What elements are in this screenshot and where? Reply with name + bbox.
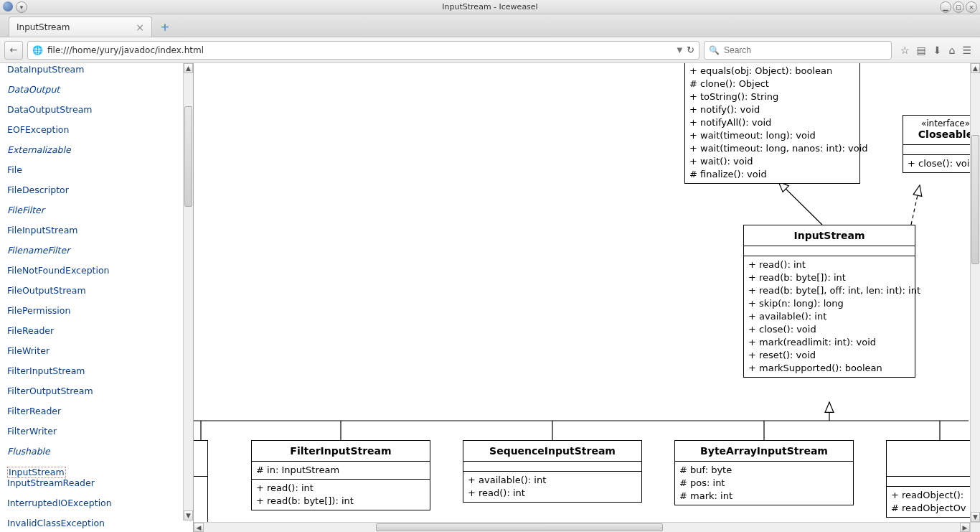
uml-class-inputstream[interactable]: InputStream + read(): int+ read(b: byte[… <box>743 225 915 378</box>
tab-bar: InputStream × + <box>0 14 980 37</box>
tab-label: InputStream <box>17 22 134 32</box>
search-bar[interactable]: 🔍 <box>704 41 892 60</box>
class-link[interactable]: FilePermission <box>7 306 193 316</box>
menu-icon[interactable]: ☰ <box>962 45 971 56</box>
uml-fields <box>887 477 980 487</box>
reload-icon[interactable]: ↻ <box>687 45 694 55</box>
scroll-corner <box>970 522 980 532</box>
uml-methods: + readObject():# readObjectOv <box>887 487 980 517</box>
uml-stereotype: «interface» <box>903 116 980 129</box>
class-link[interactable]: InterruptedIOException <box>7 498 193 508</box>
search-input[interactable] <box>724 45 887 55</box>
class-link[interactable]: InvalidClassException <box>7 518 193 528</box>
minimize-button[interactable]: ▁ <box>940 1 951 13</box>
url-dropdown-icon[interactable]: ▼ <box>677 46 682 54</box>
uml-class-name <box>194 441 207 477</box>
downloads-icon[interactable]: ⬇ <box>933 45 942 56</box>
uml-methods: + read(): int+ read(b: byte[]): int <box>252 480 430 510</box>
uml-class-object[interactable]: + equals(obj: Object): boolean# clone():… <box>684 63 860 184</box>
close-button[interactable]: × <box>966 1 977 13</box>
class-link[interactable]: FilterWriter <box>7 426 193 437</box>
class-link[interactable]: FileFilter <box>7 205 193 215</box>
class-link[interactable]: FileInputStream <box>7 225 193 235</box>
class-link[interactable]: Flushable <box>7 447 193 457</box>
main-horizontal-scrollbar[interactable]: ◀ ▶ <box>194 522 970 532</box>
titlebar: ▾ InputStream - Iceweasel ▁ ◻ × <box>0 0 980 14</box>
nav-bar: ← 🌐 file:///home/yury/javadoc/index.html… <box>0 37 980 63</box>
class-link[interactable]: FileWriter <box>7 346 193 356</box>
content-area: DataInputStreamDataOutputDataOutputStrea… <box>0 63 980 532</box>
class-list[interactable]: DataInputStreamDataOutputDataOutputStrea… <box>0 63 193 532</box>
scroll-down-icon[interactable]: ▼ <box>971 512 980 522</box>
class-link[interactable]: FilterReader <box>7 406 193 416</box>
diagram-viewport[interactable]: + equals(obj: Object): boolean# clone():… <box>194 63 980 532</box>
uml-methods: + equals(obj: Object): boolean# clone():… <box>685 63 859 183</box>
maximize-button[interactable]: ◻ <box>953 1 964 13</box>
scroll-thumb[interactable] <box>184 106 192 207</box>
uml-fields: # in: InputStream <box>252 462 430 480</box>
uml-class-partial-right[interactable]: + readObject():# readObjectOv <box>886 440 980 518</box>
app-icon <box>3 1 13 11</box>
scroll-thumb[interactable] <box>376 523 663 531</box>
uml-class-name: SequenceInputStream <box>463 441 641 462</box>
uml-class-sequenceinputstream[interactable]: SequenceInputStream + available(): int+ … <box>463 440 642 503</box>
uml-fields: # buf: byte# pos: int# mark: int <box>675 462 853 505</box>
uml-class-name: Closeable <box>903 129 980 145</box>
class-link[interactable]: File <box>7 165 193 175</box>
window-title: InputStream - Iceweasel <box>442 2 537 11</box>
sidebar-scrollbar[interactable]: ▲ ▼ <box>183 63 193 521</box>
class-link[interactable]: EOFException <box>7 125 193 135</box>
url-text: file:///home/yury/javadoc/index.html <box>47 45 672 55</box>
uml-class-filterinputstream[interactable]: FilterInputStream # in: InputStream + re… <box>251 440 430 510</box>
uml-class-name: InputStream <box>744 225 915 246</box>
class-link[interactable]: FileReader <box>7 326 193 336</box>
scroll-right-icon[interactable]: ▶ <box>960 523 970 532</box>
uml-class-name <box>887 441 980 477</box>
class-link[interactable]: DataInputStream <box>7 65 193 75</box>
bookmark-star-icon[interactable]: ☆ <box>900 45 910 56</box>
scroll-up-icon[interactable]: ▲ <box>184 63 193 73</box>
globe-icon: 🌐 <box>32 45 43 55</box>
scroll-down-icon[interactable]: ▼ <box>184 510 193 521</box>
uml-diagram: + equals(obj: Object): boolean# clone():… <box>194 63 980 532</box>
scroll-left-icon[interactable]: ◀ <box>194 523 204 532</box>
class-link[interactable]: InputStreamReader <box>7 478 193 488</box>
class-link[interactable]: Externalizable <box>7 145 193 155</box>
class-link[interactable]: DataOutput <box>7 85 193 95</box>
uml-class-name: ByteArrayInputStream <box>675 441 853 462</box>
class-link[interactable]: FilterOutputStream <box>7 386 193 396</box>
uml-methods: + available(): int+ read(): int <box>463 472 641 502</box>
svg-line-1 <box>911 185 920 225</box>
scroll-up-icon[interactable]: ▲ <box>971 63 980 73</box>
uml-fields <box>903 145 980 155</box>
class-link[interactable]: FilenameFilter <box>7 246 193 256</box>
class-link[interactable]: FileOutputStream <box>7 286 193 296</box>
uml-fields <box>194 477 207 487</box>
class-link[interactable]: DataOutputStream <box>7 105 193 115</box>
uml-methods: + close(): void <box>903 155 980 172</box>
class-link[interactable]: FileDescriptor <box>7 185 193 195</box>
tab-close-icon[interactable]: × <box>134 22 146 33</box>
tab-inputstream[interactable]: InputStream × <box>9 17 152 37</box>
uml-class-bytearrayinputstream[interactable]: ByteArrayInputStream # buf: byte# pos: i… <box>674 440 854 505</box>
class-link[interactable]: InputStream <box>7 467 66 478</box>
reading-list-icon[interactable]: ▤ <box>917 45 926 56</box>
uml-class-partial-left[interactable] <box>194 440 208 526</box>
search-icon: 🔍 <box>709 45 720 55</box>
class-link[interactable]: FilterInputStream <box>7 366 193 376</box>
uml-fields <box>463 462 641 472</box>
window-menu-icon[interactable]: ▾ <box>16 1 27 13</box>
new-tab-button[interactable]: + <box>158 19 172 34</box>
scroll-thumb[interactable] <box>971 135 979 264</box>
home-icon[interactable]: ⌂ <box>949 45 956 56</box>
back-button[interactable]: ← <box>4 41 23 60</box>
uml-class-name: FilterInputStream <box>252 441 430 462</box>
main-vertical-scrollbar[interactable]: ▲ ▼ <box>970 63 980 522</box>
url-bar[interactable]: 🌐 file:///home/yury/javadoc/index.html ▼… <box>27 41 699 60</box>
arrow-left-icon: ← <box>10 45 18 55</box>
uml-interface-closeable[interactable]: «interface» Closeable + close(): void <box>903 115 980 173</box>
svg-line-0 <box>778 182 822 225</box>
sidebar: DataInputStreamDataOutputDataOutputStrea… <box>0 63 194 532</box>
uml-methods: + read(): int+ read(b: byte[]): int+ rea… <box>744 256 915 377</box>
class-link[interactable]: FileNotFoundException <box>7 266 193 276</box>
